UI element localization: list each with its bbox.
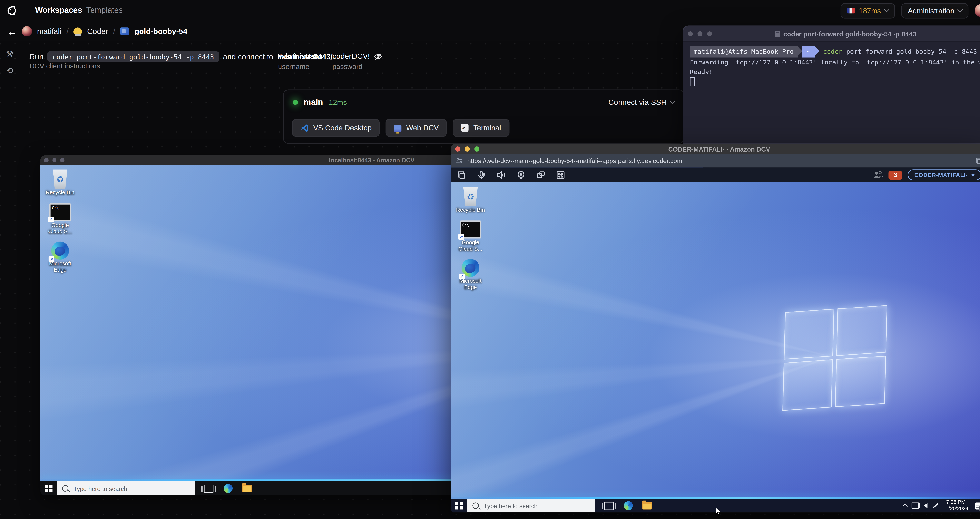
port-forward-command[interactable]: coder port-forward gold-booby-54 -p 8443 bbox=[47, 51, 219, 62]
windows-hero-logo bbox=[782, 306, 887, 411]
edge-taskbar-button[interactable] bbox=[224, 484, 233, 493]
terminal-window: coder port-forward gold-booby-54 -p 8443… bbox=[682, 25, 980, 144]
tray-expand-icon[interactable] bbox=[902, 503, 908, 509]
france-flag-icon bbox=[847, 8, 855, 13]
site-settings-icon[interactable] bbox=[456, 157, 463, 164]
tab-templates[interactable]: Templates bbox=[86, 0, 123, 21]
connect-via-ssh-button[interactable]: Connect via SSH bbox=[608, 97, 675, 107]
desktop-icon-label: Google Cloud S... bbox=[455, 239, 486, 252]
terminal-line: Forwarding 'tcp://127.0.0.1:8443' locall… bbox=[690, 57, 980, 67]
terminal-button[interactable]: >_ Terminal bbox=[453, 119, 509, 137]
desktop-icon-google-cloud-sdk[interactable]: C:\_↗ Google Cloud S... bbox=[455, 220, 487, 252]
file-explorer-button[interactable] bbox=[643, 502, 652, 509]
dcv-front-titlebar[interactable]: CODER-MATIFALI- - Amazon DCV bbox=[450, 144, 980, 154]
breadcrumb-user[interactable]: matifali bbox=[37, 27, 61, 36]
powerline-arrow bbox=[797, 47, 802, 56]
fullscreen-icon[interactable] bbox=[556, 170, 565, 179]
build-tools-icon[interactable]: ⚒ bbox=[6, 50, 13, 58]
webcam-disabled-icon[interactable] bbox=[517, 170, 525, 179]
agent-latency: 12ms bbox=[329, 98, 347, 106]
shortcut-arrow-icon: ↗ bbox=[49, 256, 54, 262]
desktop-icon-google-cloud-sdk[interactable]: C:\_↗ Google Cloud S... bbox=[44, 203, 76, 235]
shortcut-arrow-icon: ↗ bbox=[459, 274, 465, 280]
clock-date: 11/20/2024 bbox=[943, 506, 969, 512]
multi-monitor-icon[interactable] bbox=[536, 170, 545, 179]
agent-name: main bbox=[304, 97, 323, 107]
recycle-bin-icon: ♻ bbox=[462, 186, 479, 206]
microphone-muted-icon[interactable] bbox=[477, 170, 486, 179]
desktop-icon-recycle-bin[interactable]: ♻ Recycle Bin bbox=[44, 169, 76, 196]
username-label: username bbox=[278, 63, 323, 70]
desktop-icon-label: Recycle Bin bbox=[46, 190, 74, 196]
edge-icon: ↗ bbox=[461, 259, 479, 277]
speaker-icon[interactable] bbox=[497, 170, 506, 179]
mouse-cursor bbox=[715, 507, 721, 515]
pen-icon[interactable] bbox=[932, 503, 938, 508]
clipboard-icon[interactable] bbox=[457, 170, 466, 179]
desktop-icons: ♻ Recycle Bin C:\_↗ Google Cloud S... ↗ … bbox=[44, 169, 76, 274]
vscode-icon bbox=[301, 124, 309, 132]
latency-button[interactable]: 187ms bbox=[840, 3, 895, 18]
search-input[interactable] bbox=[482, 501, 590, 510]
history-icon[interactable]: ⟲ bbox=[6, 67, 13, 75]
shortcut-arrow-icon: ↗ bbox=[458, 234, 464, 239]
url-text[interactable]: https://web-dcv--main--gold-booby-54--ma… bbox=[467, 157, 971, 164]
tab-workspaces[interactable]: Workspaces bbox=[35, 0, 82, 21]
search-input[interactable] bbox=[72, 484, 190, 492]
file-explorer-button[interactable] bbox=[242, 484, 252, 492]
vscode-desktop-button[interactable]: VS Code Desktop bbox=[292, 119, 380, 137]
back-button[interactable]: ← bbox=[7, 27, 17, 36]
dropdown-triangle-icon bbox=[971, 174, 975, 176]
agent-panel: main 12ms Connect via SSH VS Code Deskto… bbox=[283, 89, 684, 144]
task-view-button[interactable] bbox=[604, 501, 614, 510]
breadcrumb-workspace: gold-booby-54 bbox=[134, 27, 188, 36]
breadcrumb-separator: / bbox=[113, 27, 115, 36]
taskbar-clock[interactable]: 7:38 PM 11/20/2024 bbox=[943, 499, 969, 512]
command-prompt-icon: C:\_↗ bbox=[49, 203, 71, 221]
edge-taskbar-button[interactable] bbox=[624, 501, 633, 510]
task-view-button[interactable] bbox=[204, 484, 213, 492]
desktop-icon-microsoft-edge[interactable]: ↗ Microsoft Edge bbox=[44, 242, 76, 274]
breadcrumb-template[interactable]: Coder bbox=[87, 27, 108, 36]
desktop-icon-recycle-bin[interactable]: ♻ Recycle Bin bbox=[455, 186, 487, 213]
command-prompt-icon: C:\_↗ bbox=[460, 220, 481, 238]
volume-icon[interactable] bbox=[923, 503, 927, 508]
web-dcv-button[interactable]: Web DCV bbox=[386, 119, 447, 137]
latency-value: 187ms bbox=[859, 7, 881, 14]
address-bar[interactable]: https://web-dcv--main--gold-booby-54--ma… bbox=[450, 154, 980, 167]
start-button[interactable] bbox=[450, 502, 467, 509]
search-icon bbox=[62, 485, 68, 492]
user-menu-button[interactable] bbox=[975, 4, 980, 17]
nav-right-cluster: 187ms Administration bbox=[840, 0, 980, 21]
administration-label: Administration bbox=[908, 7, 955, 14]
top-nav: Workspaces Templates 187ms Administratio… bbox=[0, 0, 980, 22]
terminal-line: Ready! bbox=[690, 67, 980, 77]
recycle-bin-icon: ♻ bbox=[52, 169, 68, 189]
terminal-icon: >_ bbox=[461, 124, 469, 132]
taskbar-search[interactable] bbox=[57, 481, 195, 495]
terminal-prompt-line: matifali@Atifs-MacBook-Pro~ coder port-f… bbox=[690, 46, 980, 57]
coder-logo-icon[interactable] bbox=[6, 5, 18, 17]
screen: Workspaces Templates 187ms Administratio… bbox=[0, 0, 980, 519]
session-selector-button[interactable]: CODER-MATIFALI- bbox=[908, 169, 980, 180]
technologist-emoji-icon bbox=[74, 27, 82, 35]
dcv-front-title: CODER-MATIFALI- - Amazon DCV bbox=[450, 145, 980, 153]
dcv-client-instructions-link[interactable]: DCV client instructions bbox=[29, 62, 100, 70]
desktop-icon-label: Microsoft Edge bbox=[45, 261, 75, 274]
hide-password-icon[interactable] bbox=[374, 52, 382, 60]
start-button[interactable] bbox=[40, 484, 57, 492]
terminal-titlebar[interactable]: coder port-forward gold-booby-54 -p 8443 bbox=[684, 26, 980, 41]
prompt-user-host: matifali@Atifs-MacBook-Pro bbox=[690, 46, 797, 57]
terminal-doc-icon bbox=[775, 30, 780, 37]
administration-menu-button[interactable]: Administration bbox=[901, 3, 969, 18]
system-tray: 7:38 PM 11/20/2024 1 bbox=[903, 499, 980, 512]
taskbar-search[interactable] bbox=[467, 499, 595, 512]
desktop-icon-microsoft-edge[interactable]: ↗ Microsoft Edge bbox=[455, 259, 487, 291]
search-icon bbox=[473, 503, 479, 509]
collaborator-count-badge[interactable]: 3 bbox=[889, 170, 902, 179]
notification-center-icon[interactable]: 1 bbox=[975, 502, 980, 509]
copy-url-icon[interactable] bbox=[975, 157, 980, 164]
collaborators-icon[interactable] bbox=[873, 171, 883, 179]
password-value: coderDCV! bbox=[332, 52, 370, 61]
connect-label: and connect to bbox=[223, 52, 274, 61]
